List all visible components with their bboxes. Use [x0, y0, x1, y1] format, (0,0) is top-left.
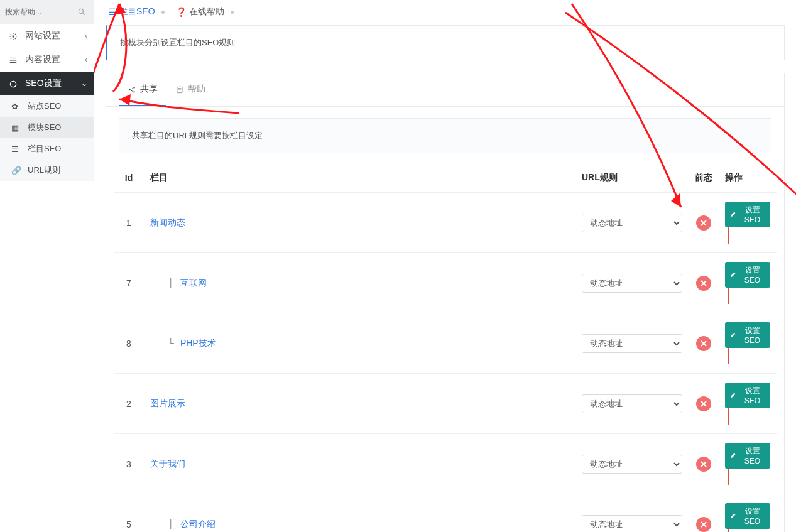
- subnav-site-seo[interactable]: ✿ 站点SEO: [0, 95, 94, 117]
- cell-column: 图片展示: [144, 374, 575, 434]
- panel-note-text: 共享栏目的URL规则需要按栏目设定: [132, 131, 263, 140]
- set-seo-button[interactable]: 设置SEO: [725, 322, 770, 348]
- nav-sub-seo: ✿ 站点SEO ▦ 模块SEO ☰ 栏目SEO 🔗 URL规则: [0, 95, 94, 181]
- edit-icon: [730, 331, 737, 340]
- cell-op: 设置SEO: [719, 313, 777, 374]
- th-id: Id: [114, 163, 144, 193]
- url-rule-select[interactable]: 动态地址: [582, 394, 682, 413]
- cell-url-rule: 动态地址: [575, 193, 689, 253]
- svg-line-1: [83, 13, 85, 14]
- cell-status: [689, 253, 719, 313]
- nav-primary: 网站设置 ‹ 内容设置 ‹ SEO设置 ⌄: [0, 24, 94, 95]
- cell-url-rule: 动态地址: [575, 434, 689, 494]
- url-rule-select[interactable]: 动态地址: [582, 515, 682, 533]
- chevron-down-icon: ⌄: [81, 79, 87, 88]
- bars-icon: ☰: [108, 7, 116, 17]
- grid-icon: ▦: [11, 123, 23, 133]
- subnav-label: URL规则: [28, 165, 60, 176]
- column-link[interactable]: 关于我们: [150, 459, 185, 469]
- crumb-dot: [161, 11, 165, 14]
- share-icon: [128, 84, 136, 94]
- tab-share[interactable]: 共享: [119, 73, 166, 106]
- cell-url-rule: 动态地址: [575, 374, 689, 434]
- table-row: 2图片展示动态地址设置SEO: [114, 374, 777, 434]
- op-extra-indicator: [728, 288, 729, 304]
- cell-status: [689, 313, 719, 374]
- url-rule-select[interactable]: 动态地址: [582, 455, 682, 474]
- cell-id: 7: [114, 253, 144, 313]
- crumb-label: 栏目SEO: [119, 6, 155, 18]
- column-link[interactable]: 新闻动态: [150, 217, 185, 227]
- column-link[interactable]: 互联网: [180, 278, 207, 288]
- cell-url-rule: 动态地址: [575, 313, 689, 374]
- status-toggle[interactable]: [696, 276, 711, 291]
- seo-table: Id 栏目 URL规则 前态 操作 1新闻动态动态地址设置SEO7├互联网动态地…: [114, 163, 777, 532]
- cell-id: 1: [114, 193, 144, 253]
- set-seo-button[interactable]: 设置SEO: [725, 262, 770, 288]
- tab-help[interactable]: 帮助: [166, 73, 214, 106]
- set-seo-button[interactable]: 设置SEO: [725, 503, 770, 529]
- table-head-row: Id 栏目 URL规则 前态 操作: [114, 163, 777, 193]
- cell-status: [689, 193, 719, 253]
- search-icon[interactable]: [77, 6, 86, 16]
- cell-column: └PHP技术: [144, 313, 575, 374]
- cell-op: 设置SEO: [719, 494, 777, 533]
- subnav-url-rule[interactable]: 🔗 URL规则: [0, 160, 94, 181]
- gear-icon: ✿: [11, 102, 23, 111]
- set-seo-button[interactable]: 设置SEO: [725, 202, 770, 227]
- column-link[interactable]: 图片展示: [150, 398, 185, 408]
- bars-icon: [8, 55, 19, 65]
- nav-item-label: SEO设置: [25, 78, 62, 89]
- svg-point-7: [129, 89, 130, 90]
- edit-icon: [730, 391, 737, 400]
- url-rule-select[interactable]: 动态地址: [582, 214, 682, 232]
- op-extra-indicator: [728, 469, 729, 485]
- svg-point-9: [133, 91, 134, 92]
- status-toggle[interactable]: [696, 396, 711, 411]
- cell-id: 5: [114, 494, 144, 533]
- alert-text: 按模块分别设置栏目的SEO规则: [120, 38, 235, 47]
- status-toggle[interactable]: [696, 457, 711, 472]
- crumb-column-seo[interactable]: ☰ 栏目SEO: [108, 6, 155, 18]
- nav-item-site[interactable]: 网站设置 ‹: [0, 24, 94, 48]
- ie-icon: [8, 79, 19, 89]
- edit-icon: [730, 271, 737, 280]
- nav-item-content[interactable]: 内容设置 ‹: [0, 48, 94, 72]
- cell-op: 设置SEO: [719, 434, 777, 494]
- edit-icon: [730, 452, 737, 460]
- breadcrumb: ☰ 栏目SEO ❓ 在线帮助: [106, 0, 785, 25]
- subnav-column-seo[interactable]: ☰ 栏目SEO: [0, 138, 94, 160]
- svg-line-11: [131, 90, 134, 92]
- status-toggle[interactable]: [696, 517, 711, 532]
- nav-item-label: 网站设置: [25, 30, 60, 41]
- cell-id: 2: [114, 374, 144, 434]
- sidebar: 网站设置 ‹ 内容设置 ‹ SEO设置 ⌄ ✿ 站点SEO: [0, 0, 94, 532]
- column-link[interactable]: 公司介绍: [180, 519, 215, 529]
- main: ☰ 栏目SEO ❓ 在线帮助 按模块分别设置栏目的SEO规则 共享: [94, 0, 796, 532]
- status-toggle[interactable]: [696, 215, 711, 231]
- cell-op: 设置SEO: [719, 374, 777, 434]
- chevron-left-icon: ‹: [85, 31, 87, 40]
- nav-item-seo[interactable]: SEO设置 ⌄: [0, 72, 94, 95]
- column-link[interactable]: PHP技术: [180, 338, 216, 348]
- table-row: 7├互联网动态地址设置SEO: [114, 253, 777, 313]
- edit-icon: [730, 210, 737, 219]
- table-row: 5├公司介绍动态地址设置SEO: [114, 494, 777, 533]
- subnav-module-seo[interactable]: ▦ 模块SEO: [0, 117, 94, 138]
- set-seo-button[interactable]: 设置SEO: [725, 383, 770, 408]
- cell-status: [689, 374, 719, 434]
- crumb-label: 在线帮助: [189, 6, 224, 18]
- status-toggle[interactable]: [696, 336, 711, 351]
- search-input[interactable]: [5, 4, 89, 20]
- set-seo-button[interactable]: 设置SEO: [725, 443, 770, 469]
- nav-item-label: 内容设置: [25, 54, 60, 65]
- button-label: 设置SEO: [739, 506, 765, 526]
- crumb-help[interactable]: ❓ 在线帮助: [176, 6, 224, 18]
- button-label: 设置SEO: [739, 205, 765, 224]
- url-rule-select[interactable]: 动态地址: [582, 274, 682, 293]
- bars-icon: ☰: [11, 144, 23, 154]
- table-wrap: Id 栏目 URL规则 前态 操作 1新闻动态动态地址设置SEO7├互联网动态地…: [114, 163, 777, 532]
- button-label: 设置SEO: [739, 265, 765, 285]
- url-rule-select[interactable]: 动态地址: [582, 334, 682, 353]
- op-extra-indicator: [728, 408, 729, 425]
